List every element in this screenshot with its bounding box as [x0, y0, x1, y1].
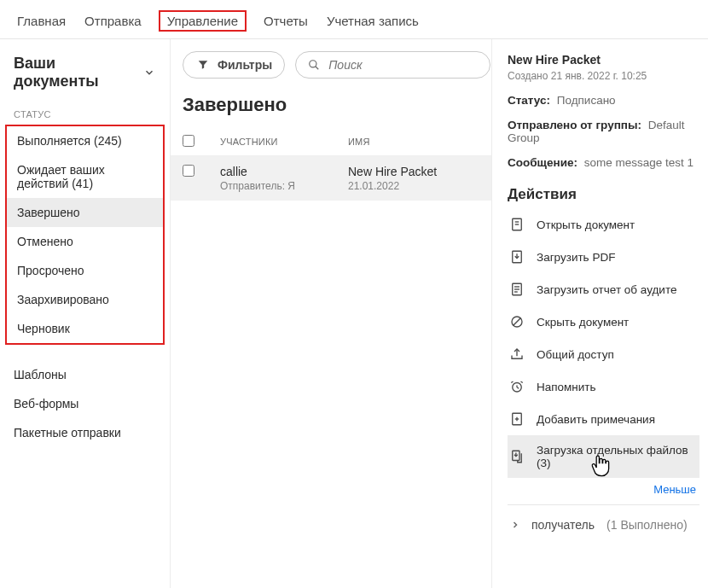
action-download-pdf[interactable]: Загрузить PDF	[508, 241, 699, 273]
sidebar-item-waiting[interactable]: Ожидает ваших действий (41)	[7, 155, 163, 198]
nav-manage-highlight: Управление	[159, 10, 247, 32]
action-hide-document[interactable]: Скрыть документ	[508, 306, 699, 338]
search-input[interactable]	[328, 58, 479, 72]
files-download-icon	[509, 449, 525, 464]
chevron-right-icon	[508, 517, 523, 533]
svg-line-12	[514, 318, 521, 326]
recipient-label: получатель	[531, 518, 595, 532]
note-icon	[509, 411, 525, 427]
meta-message: Сообщение: some message test 1	[508, 156, 699, 169]
sidebar-item-webforms[interactable]: Веб-формы	[0, 389, 170, 418]
details-panel: New Hire Packet Создано 21 янв. 2022 г. …	[492, 39, 708, 588]
svg-line-17	[511, 381, 513, 383]
sidebar: Ваши документы СТАТУС Выполняется (245) …	[0, 39, 171, 588]
document-icon	[509, 217, 525, 232]
row-participant: callie	[220, 165, 348, 178]
sidebar-section-label: СТАТУС	[0, 102, 170, 125]
sidebar-item-overdue[interactable]: Просрочено	[7, 256, 163, 285]
sidebar-item-bulk-send[interactable]: Пакетные отправки	[0, 418, 170, 447]
search-box[interactable]	[295, 51, 490, 79]
share-icon	[509, 346, 525, 362]
row-date: 21.01.2022	[348, 180, 479, 192]
action-label: Открыть документ	[537, 218, 635, 231]
content-area: Фильтры Завершено УЧАСТНИКИ ИМЯ callie	[171, 39, 492, 588]
nav-account[interactable]: Учетная запись	[325, 9, 421, 33]
action-label: Загрузить отчет об аудите	[537, 283, 676, 296]
column-participants[interactable]: УЧАСТНИКИ	[220, 137, 348, 147]
search-icon	[306, 57, 322, 73]
action-remind[interactable]: Напомнить	[508, 370, 699, 403]
action-download-audit[interactable]: Загрузить отчет об аудите	[508, 273, 699, 306]
action-share[interactable]: Общий доступ	[508, 338, 699, 370]
action-label: Общий доступ	[537, 348, 614, 361]
action-open-document[interactable]: Открыть документ	[508, 208, 699, 241]
sidebar-item-archived[interactable]: Заархивировано	[7, 285, 163, 314]
nav-home[interactable]: Главная	[15, 9, 67, 33]
nav-manage[interactable]: Управление	[165, 9, 240, 33]
meta-status: Статус: Подписано	[508, 94, 699, 107]
sidebar-item-in-progress[interactable]: Выполняется (245)	[7, 126, 163, 155]
action-label: Скрыть документ	[537, 316, 629, 329]
sidebar-heading-label: Ваши документы	[14, 55, 135, 90]
document-title: New Hire Packet	[508, 53, 699, 67]
top-nav: Главная Отправка Управление Отчеты Учетн…	[0, 0, 708, 39]
action-label: Загрузка отдельных файлов (3)	[537, 444, 696, 469]
svg-line-16	[517, 387, 519, 389]
recipient-count: (1 Выполнено)	[606, 518, 688, 532]
action-label: Добавить примечания	[537, 413, 655, 426]
table-header: УЧАСТНИКИ ИМЯ	[171, 128, 491, 156]
actions-heading: Действия	[508, 186, 699, 203]
sidebar-item-completed[interactable]: Завершено	[7, 198, 163, 227]
cursor-hand-icon	[589, 454, 612, 482]
row-checkbox[interactable]	[183, 165, 194, 177]
svg-line-1	[316, 67, 319, 70]
svg-point-0	[310, 61, 316, 67]
svg-line-18	[521, 381, 523, 383]
sidebar-heading-dropdown[interactable]: Ваши документы	[0, 39, 170, 102]
audit-report-icon	[509, 282, 525, 297]
hide-icon	[509, 314, 525, 329]
sidebar-item-cancelled[interactable]: Отменено	[7, 227, 163, 256]
action-label: Загрузить PDF	[537, 251, 615, 264]
download-pdf-icon	[509, 249, 525, 265]
table-row[interactable]: callie Отправитель: Я New Hire Packet 21…	[171, 156, 491, 201]
meta-group: Отправлено от группы: Default Group	[508, 119, 699, 144]
filter-icon	[195, 57, 211, 73]
sidebar-status-highlight: Выполняется (245) Ожидает ваших действий…	[5, 125, 165, 345]
row-participant-sub: Отправитель: Я	[220, 180, 348, 192]
recipient-expander[interactable]: получатель (1 Выполнено)	[508, 504, 699, 533]
column-name[interactable]: ИМЯ	[348, 137, 479, 147]
sidebar-item-templates[interactable]: Шаблоны	[0, 360, 170, 389]
chevron-down-icon	[142, 65, 156, 80]
nav-reports[interactable]: Отчеты	[262, 9, 310, 33]
document-created: Создано 21 янв. 2022 г. 10:25	[508, 70, 699, 82]
nav-send[interactable]: Отправка	[83, 9, 143, 33]
select-all-checkbox[interactable]	[183, 135, 194, 147]
sidebar-item-draft[interactable]: Черновик	[7, 314, 163, 343]
action-add-notes[interactable]: Добавить примечания	[508, 403, 699, 435]
filters-label: Фильтры	[218, 58, 272, 72]
content-heading: Завершено	[171, 92, 491, 128]
filters-button[interactable]: Фильтры	[183, 51, 285, 79]
clock-icon	[509, 379, 525, 394]
row-name: New Hire Packet	[348, 165, 479, 178]
action-label: Напомнить	[537, 381, 596, 393]
action-download-individual-files[interactable]: Загрузка отдельных файлов (3)	[508, 435, 699, 478]
